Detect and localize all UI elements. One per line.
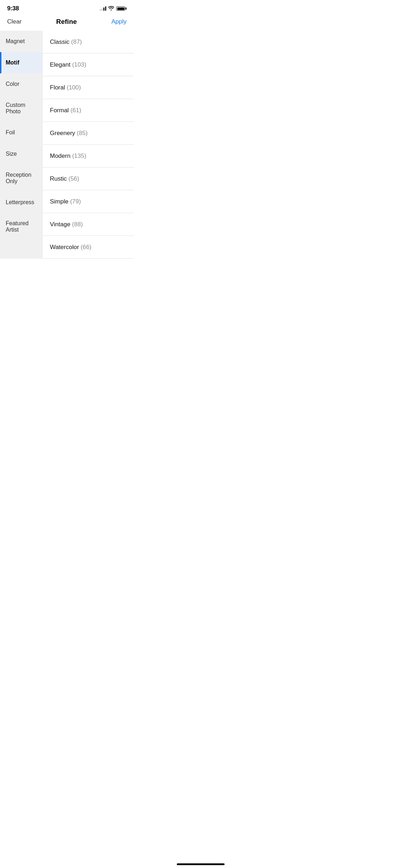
signal-icon — [100, 6, 106, 11]
option-floral[interactable]: Floral (100) — [43, 76, 134, 99]
option-classic[interactable]: Classic (87) — [43, 31, 134, 53]
nav-bar: Clear Refine Apply — [0, 15, 134, 31]
sidebar-item-motif[interactable]: Motif — [0, 52, 43, 73]
option-formal[interactable]: Formal (61) — [43, 99, 134, 122]
status-time: 9:38 — [7, 5, 19, 12]
sidebar-item-foil[interactable]: Foil — [0, 122, 43, 143]
apply-button[interactable]: Apply — [111, 18, 127, 25]
option-watercolor[interactable]: Watercolor (66) — [43, 236, 134, 259]
option-elegant[interactable]: Elegant (103) — [43, 53, 134, 76]
sidebar-item-letterpress[interactable]: Letterpress — [0, 192, 43, 213]
option-greenery[interactable]: Greenery (85) — [43, 122, 134, 145]
sidebar: Magnet Motif Color Custom Photo Foil Siz… — [0, 31, 43, 259]
sidebar-item-featured-artist[interactable]: Featured Artist — [0, 213, 43, 240]
clear-button[interactable]: Clear — [7, 18, 22, 25]
sidebar-item-reception-only[interactable]: Reception Only — [0, 165, 43, 192]
status-bar: 9:38 — [0, 0, 134, 15]
status-icons — [100, 6, 127, 11]
sidebar-item-magnet[interactable]: Magnet — [0, 31, 43, 52]
wifi-icon — [108, 6, 114, 11]
battery-icon — [116, 6, 127, 11]
sidebar-item-custom-photo[interactable]: Custom Photo — [0, 95, 43, 122]
sidebar-item-size[interactable]: Size — [0, 143, 43, 165]
options-list: Classic (87) Elegant (103) Floral (100) … — [43, 31, 134, 259]
main-content: Magnet Motif Color Custom Photo Foil Siz… — [0, 31, 134, 259]
page-title: Refine — [56, 18, 77, 26]
option-modern[interactable]: Modern (135) — [43, 145, 134, 167]
sidebar-item-color[interactable]: Color — [0, 73, 43, 95]
option-rustic[interactable]: Rustic (56) — [43, 167, 134, 190]
option-vintage[interactable]: Vintage (88) — [43, 213, 134, 236]
option-simple[interactable]: Simple (79) — [43, 190, 134, 213]
